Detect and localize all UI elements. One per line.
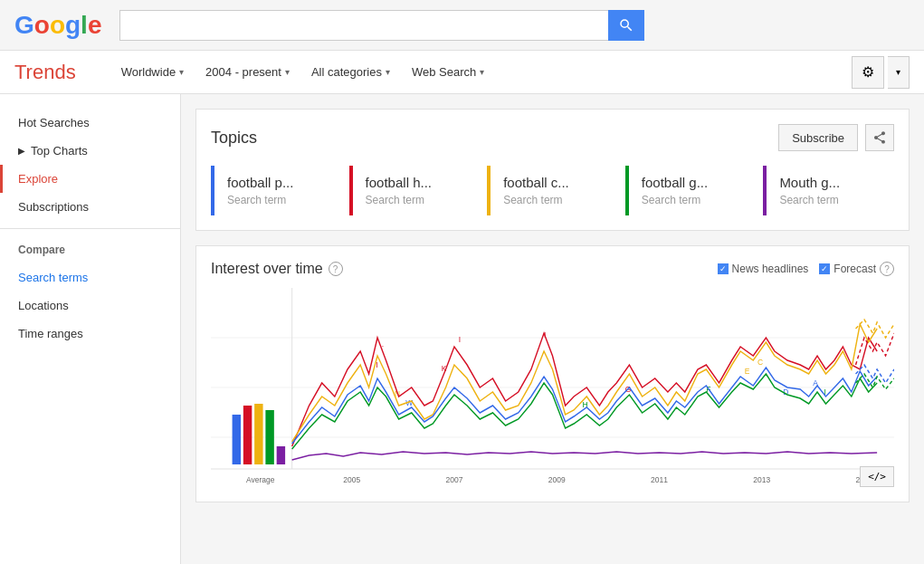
svg-rect-6: [243, 406, 252, 464]
svg-rect-9: [277, 446, 285, 464]
sidebar-item-locations[interactable]: Locations: [0, 292, 180, 320]
filter-daterange[interactable]: 2004 - present ▾: [196, 60, 299, 84]
filter-categories[interactable]: All categories ▾: [302, 60, 399, 84]
svg-text:I: I: [459, 335, 461, 344]
search-input[interactable]: [119, 10, 607, 41]
svg-text:2005: 2005: [343, 475, 360, 484]
svg-rect-8: [265, 410, 273, 464]
settings-dropdown-button[interactable]: ▾: [888, 56, 910, 89]
topic-cards: football p... Search term football h... …: [211, 166, 894, 215]
svg-text:Average: Average: [246, 475, 275, 484]
filter-searchtype[interactable]: Web Search ▾: [403, 60, 493, 84]
google-logo: Google: [14, 11, 101, 40]
chevron-down-icon: ▾: [480, 67, 484, 77]
news-headlines-label: News headlines: [732, 263, 809, 275]
brand-title: Trends: [14, 61, 76, 84]
topic-card-0[interactable]: football p... Search term: [211, 166, 342, 215]
forecast-checkbox[interactable]: ✓: [819, 263, 830, 274]
chart-options: ✓ News headlines ✓ Forecast ?: [718, 262, 894, 276]
nav-right: ⚙ ▾: [852, 56, 910, 89]
sidebar-divider: [0, 228, 180, 229]
chart-card: Interest over time ? ✓ News headlines ✓ …: [195, 245, 910, 502]
svg-text:2007: 2007: [446, 475, 463, 484]
sidebar-item-top-charts[interactable]: ▶ Top Charts: [0, 137, 180, 165]
news-headlines-option[interactable]: ✓ News headlines: [718, 263, 809, 275]
chevron-right-icon: ▶: [18, 146, 25, 156]
compare-section-title: Compare: [0, 236, 180, 263]
help-icon[interactable]: ?: [329, 262, 343, 276]
forecast-label: Forecast: [834, 263, 876, 275]
svg-text:.: .: [382, 339, 384, 349]
topic-card-4[interactable]: Mouth g... Search term: [763, 166, 894, 215]
topics-actions: Subscribe: [778, 124, 894, 151]
search-button[interactable]: [608, 10, 645, 41]
forecast-help-icon[interactable]: ?: [880, 262, 894, 276]
nav-filters: Worldwide ▾ 2004 - present ▾ All categor…: [112, 60, 852, 84]
embed-button[interactable]: </>: [860, 466, 894, 487]
sidebar: Hot Searches ▶ Top Charts Explore Subscr…: [0, 94, 181, 564]
svg-text:E: E: [745, 367, 750, 376]
main-layout: Hot Searches ▶ Top Charts Explore Subscr…: [0, 94, 924, 564]
svg-text:C: C: [757, 358, 763, 367]
topics-header: Topics Subscribe: [211, 124, 894, 151]
chart-title: Interest over time: [211, 261, 323, 277]
topics-card: Topics Subscribe football p... Search te…: [195, 109, 910, 231]
content-area: Topics Subscribe football p... Search te…: [181, 94, 924, 564]
topic-card-3[interactable]: football g... Search term: [625, 166, 757, 215]
navbar: Trends Worldwide ▾ 2004 - present ▾ All …: [0, 51, 924, 94]
chart-title-row: Interest over time ?: [211, 261, 343, 277]
sidebar-item-time-ranges[interactable]: Time ranges: [0, 320, 180, 348]
topic-card-2[interactable]: football c... Search term: [487, 166, 618, 215]
forecast-option[interactable]: ✓ Forecast ?: [819, 262, 894, 276]
chart-header: Interest over time ? ✓ News headlines ✓ …: [211, 261, 894, 277]
share-icon: [872, 130, 887, 145]
chevron-down-icon: ▾: [285, 67, 290, 77]
sidebar-item-hot-searches[interactable]: Hot Searches: [0, 109, 180, 137]
header: Google: [0, 0, 924, 51]
settings-button[interactable]: ⚙: [852, 56, 884, 89]
share-button[interactable]: [865, 124, 894, 151]
filter-worldwide[interactable]: Worldwide ▾: [112, 60, 193, 84]
topic-card-1[interactable]: football h... Search term: [349, 166, 481, 215]
search-bar: [119, 10, 644, 41]
topics-title: Topics: [211, 129, 257, 148]
chevron-down-icon: ▾: [179, 67, 184, 77]
sidebar-item-search-terms[interactable]: Search terms: [0, 263, 180, 292]
chart-area: Average 2005 2007 2009 2011 2013 2015 I …: [211, 288, 894, 487]
sidebar-item-explore[interactable]: Explore: [0, 165, 180, 193]
svg-text:2009: 2009: [548, 475, 566, 484]
interest-chart: Average 2005 2007 2009 2011 2013 2015 I …: [211, 288, 894, 487]
sidebar-item-subscriptions[interactable]: Subscriptions: [0, 193, 180, 221]
chevron-down-icon: ▾: [386, 67, 390, 77]
svg-text:2011: 2011: [651, 475, 668, 484]
svg-rect-7: [254, 404, 262, 464]
svg-rect-5: [233, 415, 241, 464]
subscribe-button[interactable]: Subscribe: [778, 124, 858, 151]
news-headlines-checkbox[interactable]: ✓: [718, 263, 729, 274]
search-icon: [618, 17, 634, 33]
svg-text:2013: 2013: [753, 475, 770, 484]
